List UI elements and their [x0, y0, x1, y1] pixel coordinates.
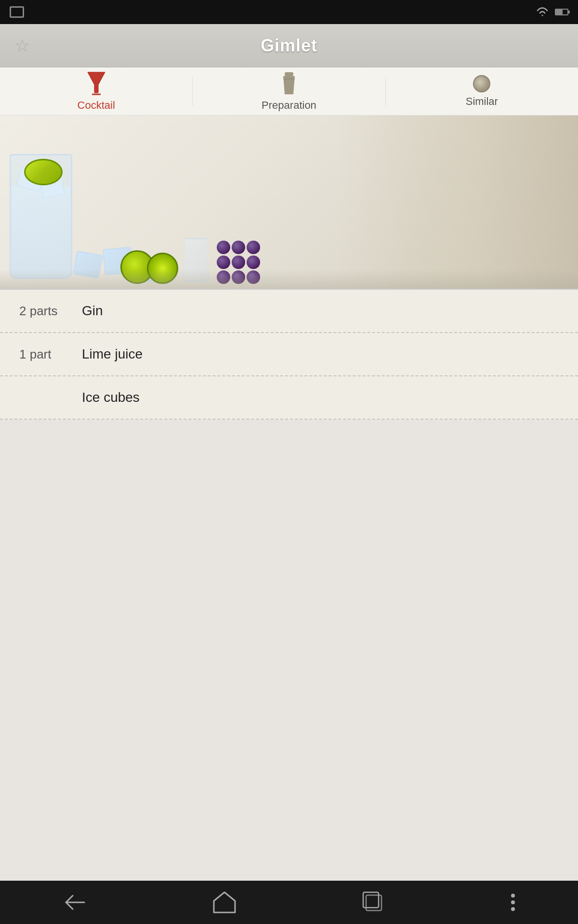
similar-icon: [473, 75, 490, 92]
star-icon: ☆: [14, 36, 30, 55]
svg-marker-6: [214, 892, 235, 912]
nav-bar: [0, 881, 578, 924]
tab-preparation[interactable]: Preparation: [193, 66, 385, 116]
home-button[interactable]: [198, 884, 250, 921]
tab-similar[interactable]: Similar: [386, 70, 578, 113]
image-fade: [337, 116, 578, 289]
tab-preparation-label: Preparation: [262, 99, 316, 112]
back-arrow-icon: [63, 894, 87, 911]
cocktail-scene: [0, 116, 578, 289]
ingredients-list: 2 parts Gin 1 part Lime juice Ice cubes: [0, 289, 578, 420]
shaker-icon: [279, 71, 299, 96]
ingredient-name-1: Gin: [82, 303, 103, 319]
favorite-button[interactable]: ☆: [14, 36, 30, 56]
cocktail-glass-icon: [86, 71, 106, 96]
tab-bar: Cocktail Preparation Similar: [0, 67, 578, 116]
page-title: Gimlet: [261, 36, 317, 56]
ingredient-amount-1: 2 parts: [19, 304, 82, 319]
more-options-button[interactable]: [497, 886, 529, 918]
back-button[interactable]: [49, 886, 102, 918]
ingredient-name-3: Ice cubes: [82, 390, 140, 405]
screenshot-icon: [10, 6, 24, 18]
ingredient-row: 2 parts Gin: [0, 290, 578, 333]
status-bar-right: [536, 7, 568, 17]
wifi-icon: [536, 7, 549, 17]
recents-icon: [362, 891, 385, 913]
ingredient-row: Ice cubes: [0, 376, 578, 420]
svg-marker-0: [88, 72, 105, 92]
lower-content: [0, 420, 578, 924]
reflection: [0, 270, 578, 289]
more-dots-icon: [511, 894, 515, 911]
ingredient-amount-2: 1 part: [19, 347, 82, 362]
battery-icon: [555, 9, 568, 15]
tab-similar-label: Similar: [466, 95, 498, 108]
status-bar: [0, 0, 578, 24]
tab-cocktail[interactable]: Cocktail: [0, 66, 192, 116]
status-bar-left: [10, 6, 24, 18]
title-bar: ☆ Gimlet: [0, 24, 578, 67]
cocktail-image: [0, 116, 578, 289]
ingredient-row: 1 part Lime juice: [0, 333, 578, 376]
ingredient-name-2: Lime juice: [82, 346, 143, 362]
home-icon: [213, 891, 236, 913]
cocktail-glass: [10, 154, 72, 279]
recents-button[interactable]: [348, 884, 400, 921]
svg-rect-3: [285, 72, 293, 76]
tab-cocktail-label: Cocktail: [78, 99, 115, 112]
